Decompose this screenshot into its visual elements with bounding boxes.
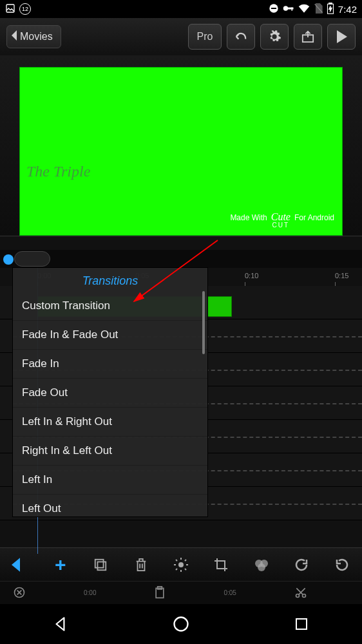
- svg-rect-0: [6, 5, 14, 12]
- svg-rect-2: [271, 8, 276, 9]
- image-icon: [5, 3, 15, 15]
- chevron-left-icon: [11, 30, 17, 43]
- clipboard-icon[interactable]: [154, 586, 166, 600]
- dnd-icon: [269, 3, 279, 15]
- back-arrow-button[interactable]: [7, 552, 33, 578]
- svg-rect-8: [329, 3, 332, 4]
- color-button[interactable]: [249, 552, 274, 578]
- transition-option-fade-in-out[interactable]: Fade In & Fade Out: [13, 321, 207, 350]
- transition-option-left-in-right-out[interactable]: Left In & Right Out: [13, 408, 207, 437]
- preview-screen[interactable]: The Triple Made With Cute CUT For Androi…: [19, 67, 343, 236]
- svg-rect-12: [95, 559, 104, 567]
- svg-line-19: [185, 569, 186, 570]
- status-bar: 12 7:42: [0, 0, 362, 18]
- svg-point-30: [174, 618, 187, 631]
- top-toolbar: Movies Pro: [0, 18, 362, 55]
- no-sim-icon: [314, 3, 323, 15]
- settings-button[interactable]: [260, 24, 289, 50]
- svg-rect-5: [291, 8, 292, 11]
- clock-text: 7:42: [338, 4, 357, 15]
- rotate-cw-button[interactable]: [289, 552, 314, 578]
- preview-overlay-text: The Triple: [26, 163, 90, 180]
- watermark: Made With Cute CUT For Android: [230, 212, 334, 229]
- transition-option-right-in-left-out[interactable]: Right In & Left Out: [13, 437, 207, 466]
- back-button[interactable]: Movies: [6, 25, 61, 48]
- tool-icon[interactable]: [13, 586, 26, 600]
- nav-home-button[interactable]: [168, 611, 194, 637]
- crop-button[interactable]: [208, 552, 234, 578]
- transition-option-left-out[interactable]: Left Out: [13, 495, 207, 516]
- popup-title: Transitions: [13, 268, 207, 292]
- mini-ruler[interactable]: 0:00 0:05 0:10 0:15: [0, 581, 362, 604]
- device-base: [0, 236, 362, 250]
- scrub-slider-row: [0, 250, 362, 268]
- svg-line-21: [185, 560, 186, 561]
- scissors-icon[interactable]: [294, 586, 307, 600]
- pro-button[interactable]: Pro: [188, 24, 222, 50]
- undo-button[interactable]: [227, 24, 255, 50]
- ruler-tick: 0:10: [245, 272, 258, 279]
- nav-recent-button[interactable]: [289, 611, 314, 637]
- svg-line-20: [176, 569, 177, 570]
- rotate-ccw-button[interactable]: [329, 552, 355, 578]
- transition-option-left-in[interactable]: Left In: [13, 466, 207, 495]
- svg-rect-31: [296, 619, 307, 629]
- transition-option-fade-in[interactable]: Fade In: [13, 350, 207, 379]
- nav-back-button[interactable]: [48, 611, 73, 637]
- scrub-knob[interactable]: [14, 251, 50, 267]
- transition-option-custom[interactable]: Custom Transition: [13, 292, 207, 321]
- transitions-popup: Transitions Custom Transition Fade In & …: [13, 268, 207, 516]
- add-button[interactable]: +: [48, 552, 73, 578]
- wifi-icon: [298, 4, 310, 15]
- brightness-button[interactable]: [168, 552, 194, 578]
- back-label: Movies: [20, 31, 53, 43]
- share-button[interactable]: [294, 24, 322, 50]
- svg-point-3: [283, 6, 289, 11]
- copy-button[interactable]: [88, 552, 113, 578]
- battery-charging-icon: [327, 3, 334, 16]
- timeline-area: 0:00 0:05 0:10 0:15 Transitions Custom T…: [0, 268, 362, 554]
- delete-button[interactable]: [128, 552, 154, 578]
- preview-panel: The Triple Made With Cute CUT For Androi…: [0, 55, 362, 250]
- svg-rect-4: [287, 8, 293, 10]
- svg-line-18: [176, 560, 177, 561]
- android-nav-bar: [0, 604, 362, 644]
- svg-point-24: [258, 564, 265, 571]
- transition-option-fade-out[interactable]: Fade Out: [13, 379, 207, 408]
- svg-point-13: [178, 562, 184, 567]
- notification-count-badge: 12: [19, 3, 31, 15]
- scrollbar[interactable]: [202, 291, 205, 354]
- key-icon: [283, 4, 294, 14]
- play-button[interactable]: [327, 24, 356, 50]
- svg-rect-11: [98, 562, 106, 570]
- ruler-tick: 0:15: [335, 272, 348, 279]
- segment-toolbar: +: [0, 547, 362, 581]
